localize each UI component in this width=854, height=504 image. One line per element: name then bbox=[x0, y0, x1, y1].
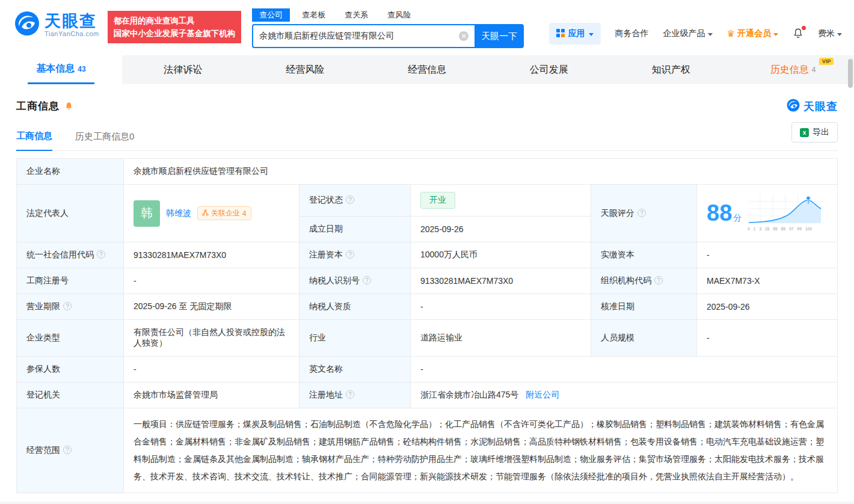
notifications-bell[interactable] bbox=[793, 28, 803, 40]
legal-rep-link[interactable]: 韩维波 bbox=[166, 208, 191, 219]
alert-bell-icon[interactable] bbox=[64, 102, 73, 111]
tianyancha-logo[interactable]: 天眼查 TianYanCha.com bbox=[14, 11, 99, 38]
field-value-company-name: 余姚市顺启新程供应链管理有限公司 bbox=[124, 159, 838, 185]
field-value-staff-size: - bbox=[697, 320, 838, 357]
chevron-down-icon bbox=[773, 33, 778, 36]
search-row: ✕ 天眼一下 bbox=[252, 24, 524, 48]
field-label-company-type: 企业类型 bbox=[17, 320, 124, 357]
chevron-down-icon bbox=[837, 33, 842, 36]
field-label-paid-capital: 实缴资本 bbox=[591, 242, 697, 268]
field-label-reg-authority: 登记机关 bbox=[17, 383, 124, 408]
related-company-icon bbox=[202, 209, 209, 218]
tab-history-info[interactable]: 历史信息 4 VIP bbox=[732, 55, 854, 84]
tab-intellectual-property[interactable]: 知识产权 bbox=[610, 55, 732, 84]
tab-basic-info[interactable]: 基本信息 43 bbox=[0, 55, 122, 84]
table-row: 经营范围? 一般项目：供应链管理服务；煤炭及制品销售；石油制品制造（不含危险化学… bbox=[17, 408, 838, 493]
main-content: 工商信息 天眼查 工商信息 bbox=[0, 99, 854, 502]
slogan-line2: 国家中小企业发展子基金旗下机构 bbox=[114, 27, 236, 40]
slogan-line1: 都在用的商业查询工具 bbox=[114, 14, 236, 27]
nav-enterprise-products[interactable]: 企业级产品 bbox=[663, 28, 713, 39]
table-row: 企业类型 有限责任公司（非自然人投资或控股的法人独资） 行业 道路运输业 人员规… bbox=[17, 320, 838, 357]
apps-menu[interactable]: 应用 bbox=[549, 23, 601, 45]
search-tab-company[interactable]: 查公司 bbox=[252, 8, 290, 22]
field-value-reg-authority: 余姚市市场监督管理局 bbox=[124, 383, 300, 408]
tab-label: 经营信息 bbox=[408, 64, 446, 76]
field-value-company-type: 有限责任公司（非自然人投资或控股的法人独资） bbox=[124, 320, 300, 357]
table-row: 营业期限? 2025-09-26 至 无固定期限 纳税人资质 - 核准日期 20… bbox=[17, 294, 838, 320]
help-icon[interactable]: ? bbox=[346, 250, 354, 259]
field-label-score: 天眼评分? bbox=[591, 185, 697, 242]
nav-cooperation[interactable]: 商务合作 bbox=[615, 28, 649, 39]
top-header: 天眼查 TianYanCha.com 都在用的商业查询工具 国家中小企业发展子基… bbox=[0, 0, 854, 55]
field-value-reg-capital: 10000万人民币 bbox=[411, 242, 591, 268]
field-value-business-term: 2025-09-26 至 无固定期限 bbox=[124, 294, 300, 320]
legal-rep-avatar[interactable]: 韩 bbox=[134, 200, 160, 227]
help-icon[interactable]: ? bbox=[346, 390, 354, 399]
table-row: 参保人数 - 英文名称 - bbox=[17, 357, 838, 383]
tab-count: 43 bbox=[78, 65, 85, 73]
related-label: 关联企业 bbox=[211, 208, 240, 218]
search-tab-boss[interactable]: 查老板 bbox=[295, 8, 333, 22]
export-button[interactable]: x 导出 bbox=[791, 122, 838, 143]
help-icon[interactable]: ? bbox=[97, 250, 105, 259]
chevron-down-icon bbox=[589, 33, 594, 36]
field-label-taxpayer-quality: 纳税人资质 bbox=[300, 294, 411, 320]
help-icon[interactable]: ? bbox=[346, 195, 354, 204]
field-label-reg-capital: 注册资本? bbox=[300, 242, 411, 268]
field-value-paid-capital: - bbox=[697, 242, 838, 268]
tab-label: 知识产权 bbox=[652, 64, 690, 76]
field-label-business-scope: 经营范围? bbox=[17, 408, 124, 493]
table-row: 登记机关 余姚市市场监督管理局 注册地址? 浙江省余姚市冶山路475号 附近公司 bbox=[17, 383, 838, 408]
tab-count: 4 bbox=[812, 66, 816, 74]
tab-operation-risk[interactable]: 经营风险 bbox=[244, 55, 366, 84]
search-box: ✕ bbox=[252, 24, 475, 48]
nav-vip-upgrade[interactable]: ♛ 开通会员 bbox=[727, 28, 778, 39]
related-companies-badge[interactable]: 关联企业 4 bbox=[197, 206, 251, 220]
company-nav-tabs: 基本信息 43 法律诉讼 经营风险 经营信息 公司发展 知识产权 历史信息 4 … bbox=[0, 55, 854, 84]
field-value-approval-date: 2025-09-26 bbox=[697, 294, 838, 320]
help-icon[interactable]: ? bbox=[654, 276, 663, 284]
tab-legal-litigation[interactable]: 法律诉讼 bbox=[122, 55, 244, 84]
field-value-establish-date: 2025-09-26 bbox=[411, 217, 591, 242]
search-input[interactable] bbox=[259, 31, 459, 41]
score-number: 88分 bbox=[707, 200, 742, 226]
clear-search-icon[interactable]: ✕ bbox=[459, 31, 468, 41]
nav-vip-label: 开通会员 bbox=[737, 28, 771, 39]
field-label-org-code: 组织机构代码? bbox=[591, 268, 697, 294]
tab-company-development[interactable]: 公司发展 bbox=[488, 55, 610, 84]
search-tab-risk[interactable]: 查风险 bbox=[380, 8, 418, 22]
field-value-reg-address: 浙江省余姚市冶山路475号 附近公司 bbox=[411, 383, 838, 408]
help-icon[interactable]: ? bbox=[637, 209, 646, 217]
search-tab-relation[interactable]: 查关系 bbox=[337, 8, 375, 22]
field-value-taxpayer-quality: - bbox=[411, 294, 591, 320]
field-label-insured-count: 参保人数 bbox=[17, 357, 124, 383]
chevron-down-icon bbox=[708, 33, 713, 36]
tianyancha-logo-icon bbox=[14, 11, 40, 38]
score-axis-ticks: 01 315 5585 9799 100 bbox=[748, 227, 812, 232]
nav-cooperation-label: 商务合作 bbox=[615, 28, 649, 39]
tab-label: 历史信息 bbox=[770, 64, 809, 76]
nearby-companies-link[interactable]: 附近公司 bbox=[526, 390, 559, 399]
field-label-taxpayer-id: 纳税人识别号? bbox=[300, 268, 411, 294]
field-value-org-code: MAEX7M73-X bbox=[697, 268, 838, 294]
subtab-history-business-info[interactable]: 历史工商信息0 bbox=[75, 131, 134, 150]
tab-operation-info[interactable]: 经营信息 bbox=[366, 55, 488, 84]
tab-label: 公司发展 bbox=[530, 64, 568, 76]
field-label-reg-address: 注册地址? bbox=[300, 383, 411, 408]
field-value-insured-count: - bbox=[124, 357, 300, 383]
help-icon[interactable]: ? bbox=[63, 446, 72, 454]
help-icon[interactable]: ? bbox=[363, 276, 371, 284]
scrollbar-thumb[interactable] bbox=[848, 59, 853, 88]
table-row: 法定代表人 韩 韩维波 关联企业 bbox=[17, 185, 838, 217]
subtab-bar: 工商信息 历史工商信息0 x 导出 bbox=[16, 126, 838, 151]
search-button[interactable]: 天眼一下 bbox=[475, 24, 524, 48]
score-unit: 分 bbox=[733, 213, 742, 223]
field-label-business-term: 营业期限? bbox=[17, 294, 124, 320]
excel-icon: x bbox=[800, 128, 809, 137]
field-label-company-name: 企业名称 bbox=[17, 159, 124, 185]
status-badge: 开业 bbox=[420, 192, 455, 209]
help-icon[interactable]: ? bbox=[63, 302, 72, 310]
user-menu[interactable]: 费米 bbox=[818, 28, 842, 39]
subtab-business-info[interactable]: 工商信息 bbox=[16, 131, 52, 151]
brand-text: 天眼查 bbox=[803, 99, 838, 114]
